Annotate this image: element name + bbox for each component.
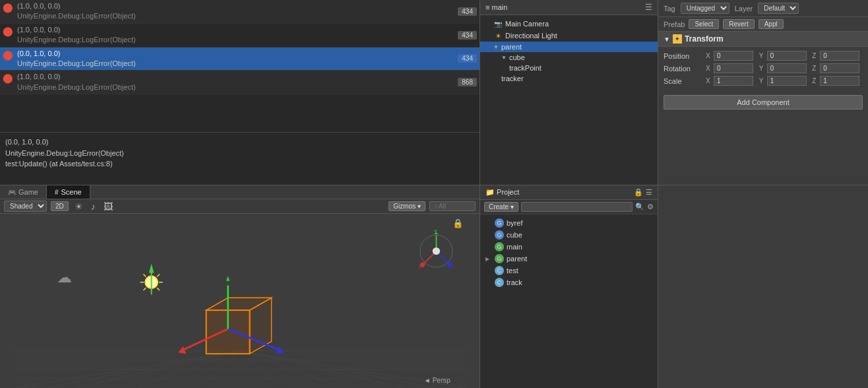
log-count-2: 434 [458,54,477,63]
project-search-icon[interactable]: 🔍 [635,203,644,211]
gizmos-button[interactable]: Gizmos ▾ [388,201,425,211]
rotation-row: Rotation X 0 Y 0 Z 0 [664,62,863,75]
scale-z-label: Z [812,77,819,84]
hierarchy-item-trackpoint[interactable]: trackPoint [480,63,658,73]
project-menu-icon[interactable]: ☰ [646,188,652,197]
fx-toggle-button[interactable]: 🖼 [102,201,115,212]
project-panel: 📁 Project 🔒 ☰ Create ▾ 🔍 ⚙ G byref G [480,185,658,388]
hierarchy-menu-icon[interactable]: ☰ [645,3,652,12]
log-entry-0[interactable]: ⬤ (1.0, 0.0, 0.0) UnityEngine.Debug:LogE… [0,0,480,24]
log-entry-3[interactable]: ⬤ (1.0, 0.0, 0.0) UnityEngine.Debug:LogE… [0,71,480,94]
hierarchy-label-cube: cube [509,53,525,61]
hierarchy-label-tracker: tracker [501,75,524,82]
console-panel: ⬤ (1.0, 0.0, 0.0) UnityEngine.Debug:LogE… [0,0,480,185]
project-items: G byref G cube G main ▶ G parent C te [480,214,658,388]
item-label-test: test [507,267,518,275]
detail-line3: test:Update() (at Assets/test.cs:8) [5,158,474,170]
hierarchy-items: 📷 Main Camera ☀ Directional Light ▼ pare… [480,15,658,185]
hierarchy-item-parent[interactable]: ▼ parent [480,42,658,52]
log-count-1: 434 [458,31,477,40]
add-component-button[interactable]: Add Component [664,95,863,110]
2d-button[interactable]: 2D [51,201,69,211]
revert-prefab-button[interactable]: Revert [723,19,754,29]
layer-select[interactable]: Default [758,3,799,14]
hierarchy-item-directional-light[interactable]: ☀ Directional Light [480,30,658,42]
transform-title: Transform [685,34,724,44]
project-item-track[interactable]: C track [480,276,658,288]
hierarchy-label-directional-light: Directional Light [505,32,557,40]
log-count-0: 434 [458,7,477,16]
project-title: 📁 Project [485,188,634,197]
position-label: Position [664,52,703,60]
detail-line1: (0.0, 1.0, 0.0) [5,137,474,148]
rot-z-label: Z [812,65,819,72]
log-entry-1[interactable]: ⬤ (1.0, 0.0, 0.0) UnityEngine.Debug:LogE… [0,24,480,48]
project-lock-icon[interactable]: 🔒 [634,188,643,197]
layer-label: Layer [735,5,753,13]
prefab-label: Prefab [664,20,685,28]
log-entry-2[interactable]: ⬤ (0.0, 1.0, 0.0) UnityEngine.Debug:LogE… [0,48,480,71]
scene-viewport[interactable]: ☁ [0,214,480,388]
project-item-main[interactable]: G main [480,241,658,253]
scale-x-group: X 1 [706,76,757,86]
audio-toggle-button[interactable]: ♪ [89,201,98,212]
triangle-icon-parent-proj: ▶ [485,256,492,262]
create-button[interactable]: Create ▾ [484,202,518,212]
rot-y-label: Y [759,65,766,72]
tag-label: Tag [664,5,675,13]
item-label-main: main [507,243,522,251]
pos-x-label: X [706,52,712,59]
project-search-input[interactable] [521,202,633,212]
rot-x-input[interactable]: 0 [714,63,753,73]
pos-y-input[interactable]: 0 [767,51,807,61]
scale-z-input[interactable]: 1 [820,76,859,86]
position-row: Position X 0 Y 0 Z 0 [664,49,863,62]
select-prefab-button[interactable]: Select [689,19,719,29]
project-item-cube[interactable]: G cube [480,229,658,241]
scale-label: Scale [664,77,703,85]
game-tab-icon: 🎮 [8,189,16,196]
scene-icon-byref: G [495,218,504,228]
hierarchy-item-cube[interactable]: ▼ cube [480,52,658,63]
tab-scene[interactable]: # Scene [47,185,90,199]
rot-z-input[interactable]: 0 [820,63,859,73]
pos-z-input[interactable]: 0 [820,51,859,61]
shaded-select[interactable]: Shaded [4,201,47,212]
apply-prefab-button[interactable]: Appl [759,19,784,29]
hierarchy-item-tracker[interactable]: tracker [480,73,658,84]
svg-text:◄ Persp: ◄ Persp [424,377,450,384]
log-text-1: (1.0, 0.0, 0.0) UnityEngine.Debug:LogErr… [17,25,454,46]
scale-x-input[interactable]: 1 [714,76,753,86]
scale-y-group: Y 1 [759,76,810,86]
scene-toolbar: Shaded 2D ☀ ♪ 🖼 Gizmos ▾ [0,199,480,214]
hierarchy-header: ≡ main ☰ [480,0,658,15]
scene-tabs: 🎮 Game # Scene [0,185,480,199]
project-toolbar: Create ▾ 🔍 ⚙ [480,200,658,214]
item-label-parent: parent [507,255,527,263]
project-item-byref[interactable]: G byref [480,217,658,229]
scale-y-input[interactable]: 1 [767,76,807,86]
scene-svg: ☁ [0,214,480,388]
scale-row: Scale X 1 Y 1 Z 1 [664,75,863,87]
rot-y-input[interactable]: 0 [767,63,807,73]
svg-text:y: y [435,228,437,234]
scene-search-input[interactable] [429,201,476,211]
tab-game[interactable]: 🎮 Game [0,185,47,199]
item-label-byref: byref [507,219,522,227]
hierarchy-label-trackpoint: trackPoint [509,64,542,72]
light-toggle-button[interactable]: ☀ [73,201,85,212]
log-line2-3: UnityEngine.Debug:LogError(Object) [17,82,454,92]
project-item-test[interactable]: C test [480,265,658,276]
project-filter-icon[interactable]: ⚙ [647,203,654,211]
svg-text:x: x [419,263,421,269]
triangle-icon-cube: ▼ [501,55,507,61]
hierarchy-item-main-camera[interactable]: 📷 Main Camera [480,18,658,30]
item-label-track: track [507,278,522,286]
transform-toggle[interactable]: ▼ [664,36,670,43]
tag-select[interactable]: Untagged [681,3,729,14]
rot-x-label: X [706,65,712,72]
project-item-parent[interactable]: ▶ G parent [480,253,658,265]
log-text-0: (1.0, 0.0, 0.0) UnityEngine.Debug:LogErr… [17,1,454,22]
pos-x-input[interactable]: 0 [714,51,753,61]
log-line1-0: (1.0, 0.0, 0.0) [17,1,454,11]
